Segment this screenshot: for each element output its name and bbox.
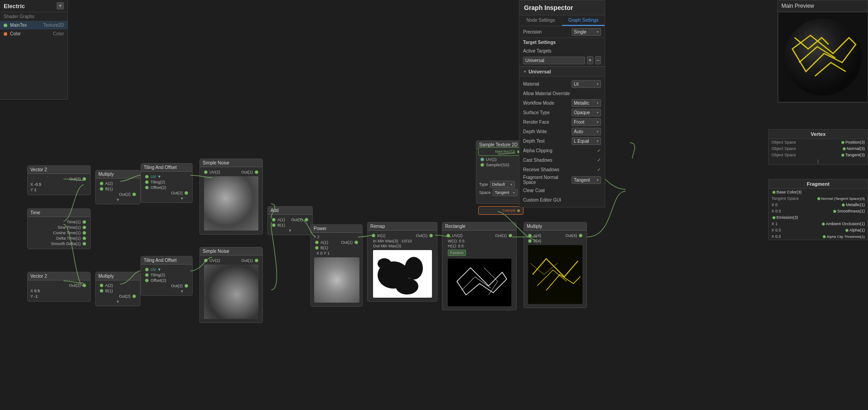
receive-shadows-label: Receive Shadows [523,167,597,172]
vector2-node-2[interactable]: Vector 2 Out(2) X 0.5 Y -1 [27,272,91,302]
tex2d-space-dropdown[interactable]: Tangent [493,189,518,196]
time-node[interactable]: Time Time(1) Sine Time(1) Cosine Time(1)… [27,208,91,249]
fragment-base-color: Base Color(3) [769,189,868,195]
tiling-offset-2-offset: Offset(2) [144,278,189,283]
rectangle-preview [448,259,511,306]
remap-node[interactable]: Remap In(1) Out(1) In Min Max(3): -10/10… [367,222,437,302]
multiply-1-b-port [100,187,103,191]
depth-write-label: Depth Write [523,129,572,134]
color-type: Color [53,31,64,36]
fragment-header: Fragment [769,179,868,189]
svg-point-3 [396,278,418,294]
power-node[interactable]: Power × 2 A(1) Out(1) B(1) X 0 Y 1 [310,224,363,307]
connections-svg [0,0,868,410]
main-preview-title: Main Preview [778,0,868,12]
surface-type-row: Surface Type Opaque [523,108,601,116]
vertex-normal-port [843,147,846,150]
add-b-port [272,223,276,227]
add-b: B(1) [271,223,310,227]
cast-shadows-label: Cast Shadows [523,158,597,163]
multiply-node-3[interactable]: Multiply A(4) Out(4) B(4) [524,222,587,308]
material-dropdown[interactable]: Lit [572,80,601,88]
depth-write-row: Depth Write Auto [523,127,601,135]
surface-type-dropdown[interactable]: Opaque [572,109,601,116]
time-smooth: Smooth Delta(1) [30,241,87,246]
vertex-expand[interactable]: | [769,158,868,164]
fragment-ao: X 1 Ambient Occlusion(1) [769,221,868,227]
simple-noise-2-uv-port [204,259,208,262]
vector2-1-out: Out(2) [30,177,87,181]
alpha-clipping-check: ✓ [597,148,601,154]
tab-graph-settings[interactable]: Graph Settings [562,15,605,26]
surface-type-label: Surface Type [523,110,572,115]
fragment-base-port [772,191,776,194]
canvas-area[interactable]: Electric + Shader Graphs MainTex Texture… [0,0,868,410]
multiply-node-2[interactable]: Multiply A(2) B(1) Out(2) ▼ [95,272,141,306]
universal-triangle: ▼ [523,70,527,74]
fragment-normal: Tangent Space Normal (Tangent Space)(3) [769,195,868,202]
color-out: Color(4) [480,208,521,212]
precision-dropdown[interactable]: Single [572,28,601,36]
simple-noise-node-2[interactable]: Simple Noise UV(2) Out(1) [199,247,263,323]
sidebar-item-maintex[interactable]: MainTex Texture2D [0,21,68,29]
power-x: 0 [320,251,323,256]
color-input-node[interactable]: Color(4) [478,206,524,215]
universal-section-header[interactable]: ▼ Universal [519,67,605,77]
vertex-header: Vertex [769,130,868,139]
tiling-offset-2-uv-port [145,268,149,271]
universal-settings: Material Lit Allow Material Override Wor… [519,77,605,207]
tiling-offset-1-out: Out(2) [144,191,189,195]
add-node[interactable]: Add A(1) Out(1) B(1) ▼ [267,206,313,235]
receive-shadows-row: Receive Shadows ✓ [523,165,601,174]
multiply-2-a: A(2) [98,283,137,288]
svg-point-4 [378,258,391,269]
vertex-panel: Vertex Object Space Position(3) Object S… [768,129,868,165]
fragment-normal-dropdown[interactable]: Tangent [572,176,601,184]
time-smooth-port [82,242,86,246]
time-delta-port [82,236,86,240]
depth-test-dropdown[interactable]: L Equal [572,137,601,145]
clear-coat-label: Clear Coat [523,188,601,193]
depth-write-dropdown[interactable]: Auto [572,128,601,135]
add-target-button[interactable]: + [587,56,593,64]
simple-noise-2-header: Simple Noise [200,247,262,256]
tex2d-type-dropdown[interactable]: Default [490,181,515,188]
color-out-port [517,209,520,212]
vector2-1-out-port [82,177,86,181]
vector2-node-1[interactable]: Vector 2 Out(2) X -0.5 Y 1 [27,165,91,195]
maintex-out: MainTex(T2) [480,150,521,154]
workflow-mode-row: Workflow Mode Metallic [523,99,601,107]
fragment-smooth-port [833,210,836,213]
rectangle-node[interactable]: Rectangle UV(2) Out(1) W(1): 0.5 H(1): 0… [442,222,517,310]
depth-test-label: Depth Test [523,139,572,144]
clear-coat-row: Clear Coat [523,186,601,194]
remap-in-port [372,234,375,237]
multiply-node-1[interactable]: Multiply A(2) B(1) Out(2) ▼ [95,170,141,204]
tex2d-uv-port [480,158,484,161]
remove-target-button[interactable]: − [595,56,601,64]
graph-inspector: Graph Inspector Node Settings Graph Sett… [519,0,605,207]
simple-noise-node-1[interactable]: Simple Noise UV(2) Out(1) [199,159,263,235]
precision-row: Precision Single [519,26,605,38]
time-sine-port [82,226,86,229]
vertex-pos-port [841,141,844,144]
vertex-tangent-port [841,154,844,157]
tiling-offset-node-1[interactable]: Tiling And Offset UV ▼ Tiling(2) Offset(… [141,163,193,203]
universal-input[interactable] [523,57,585,64]
render-face-label: Render Face [523,120,572,125]
fragment-emission: Emission(3) [769,214,868,221]
sidebar-item-color[interactable]: Color Color [0,29,68,38]
main-preview-canvas [779,13,868,101]
maintex-input-node[interactable]: MainTex(T2) [478,147,524,156]
vector2-2-out: Out(2) [30,283,87,288]
vector2-2-out-port [82,284,86,287]
multiply-3-b: B(4) [527,239,584,243]
multiply-2-b-port [100,289,103,293]
sidebar-add-button[interactable]: + [57,2,64,10]
fragment-normal-port [817,197,820,200]
workflow-mode-dropdown[interactable]: Metallic [572,99,601,107]
render-face-dropdown[interactable]: Front [572,118,601,126]
tab-node-settings[interactable]: Node Settings [519,15,562,26]
tiling-offset-node-2[interactable]: Tiling And Offset UV ▼ Tiling(2) Offset(… [141,256,193,296]
fragment-ao-port [822,222,825,226]
